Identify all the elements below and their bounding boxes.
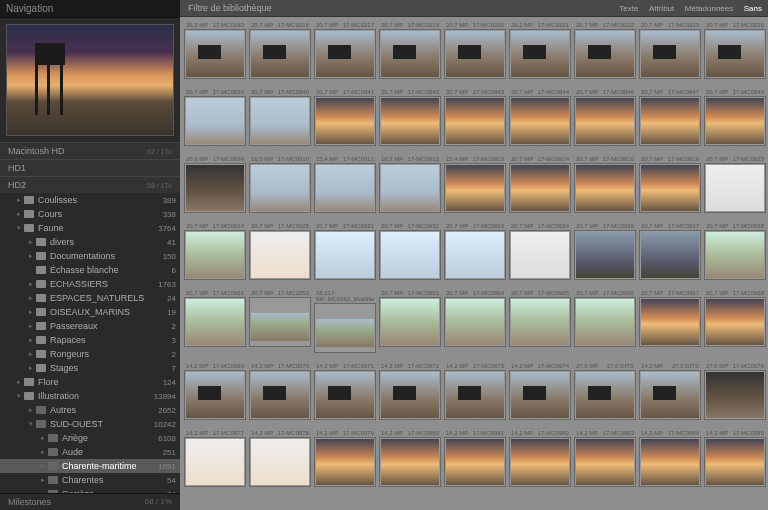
thumbnail-image[interactable] — [574, 96, 636, 146]
thumb-rating-dots[interactable]: · · · · · — [314, 353, 376, 359]
thumbnail-grid[interactable]: 26,2 MP17-MC0183· · · · ·20,7 MP17-MC021… — [180, 17, 768, 510]
thumb-rating-dots[interactable]: · · · · · — [314, 146, 376, 152]
thumb-rating-dots[interactable]: · · · · · — [704, 420, 766, 426]
grid-cell[interactable]: 20,7 MP17-MC0217· · · · · — [314, 21, 376, 85]
expand-arrow-icon[interactable]: ▸ — [14, 210, 24, 218]
grid-cell[interactable]: 14,2 MP17-MC0985· · · · · — [704, 429, 766, 493]
thumb-rating-dots[interactable]: · · · · · — [444, 79, 506, 85]
thumb-rating-dots[interactable]: · · · · · — [509, 146, 571, 152]
filter-tab-metadata[interactable]: Métadonnées — [685, 4, 733, 13]
thumb-rating-dots[interactable]: · · · · · — [574, 420, 636, 426]
grid-cell[interactable]: 14,2 MP17-MC0970· · · · · — [249, 362, 311, 426]
thumbnail-image[interactable] — [574, 370, 636, 420]
thumb-rating-dots[interactable]: · · · · · — [379, 280, 441, 286]
grid-cell[interactable]: 20,7 MP17-MC0222· · · · · — [574, 21, 636, 85]
folder-item[interactable]: ▾SUD-OUEST10242 — [0, 417, 180, 431]
expand-arrow-icon[interactable]: ▸ — [26, 308, 36, 316]
thumb-rating-dots[interactable]: · · · · · — [184, 347, 246, 353]
filter-tab-text[interactable]: Texte — [619, 4, 638, 13]
thumbnail-image[interactable] — [444, 230, 506, 280]
thumb-rating-dots[interactable]: · · · · · — [574, 79, 636, 85]
folder-item[interactable]: ▸ESPACES_NATURELS24 — [0, 291, 180, 305]
thumbnail-image[interactable] — [184, 230, 246, 280]
thumbnail-image[interactable] — [379, 437, 441, 487]
thumb-rating-dots[interactable]: · · · · · — [314, 213, 376, 219]
grid-cell[interactable]: 20,7 MP17-MC0965· · · · · — [509, 289, 571, 359]
thumb-rating-dots[interactable]: · · · · · — [509, 79, 571, 85]
folder-item[interactable]: ▸Passereaux2 — [0, 319, 180, 333]
thumbnail-image[interactable] — [379, 29, 441, 79]
thumbnail-image[interactable] — [184, 370, 246, 420]
expand-arrow-icon[interactable]: ▸ — [14, 378, 24, 386]
thumb-rating-dots[interactable]: · · · · · — [379, 420, 441, 426]
thumbnail-image[interactable] — [314, 29, 376, 79]
grid-cell[interactable]: 58,2 MP17-MC0962_Modifier· · · · · — [314, 289, 376, 359]
grid-cell[interactable]: 20,7 MP17-MC0937· · · · · — [639, 222, 701, 286]
grid-cell[interactable]: 14,2 MP17-MC0972· · · · · — [379, 362, 441, 426]
thumbnail-image[interactable] — [444, 29, 506, 79]
thumb-rating-dots[interactable]: · · · · · — [574, 347, 636, 353]
grid-cell[interactable]: 16,2 MP17-MC0912· · · · · — [379, 155, 441, 219]
thumbnail-image[interactable] — [379, 230, 441, 280]
thumbnail-image[interactable] — [704, 29, 766, 79]
grid-cell[interactable]: 14,2 MP17-MC0982· · · · · — [509, 429, 571, 493]
expand-arrow-icon[interactable]: ▸ — [14, 196, 24, 204]
thumb-rating-dots[interactable]: · · · · · — [639, 280, 701, 286]
grid-cell[interactable]: 20,7 MP17-MC0938· · · · · — [704, 222, 766, 286]
folder-item[interactable]: ▸Coulisses389 — [0, 193, 180, 207]
thumb-rating-dots[interactable]: · · · · · — [639, 487, 701, 493]
grid-cell[interactable]: 20,7 MP17-MC0925· · · · · — [249, 222, 311, 286]
thumbnail-image[interactable] — [184, 437, 246, 487]
thumb-rating-dots[interactable]: · · · · · — [444, 213, 506, 219]
grid-cell[interactable]: 20,7 MP17-MC0923· · · · · — [704, 155, 766, 219]
thumbnail-image[interactable] — [249, 297, 311, 347]
grid-cell[interactable]: 20,7 MP17-MC0964· · · · · — [444, 289, 506, 359]
grid-cell[interactable]: 20,7 MP17-MC0844· · · · · — [509, 88, 571, 152]
thumbnail-image[interactable] — [444, 96, 506, 146]
thumb-rating-dots[interactable]: · · · · · — [509, 487, 571, 493]
grid-cell[interactable]: 20,7 MP17-MC0932· · · · · — [379, 222, 441, 286]
navigator-preview[interactable] — [0, 18, 180, 142]
grid-cell[interactable]: 14,2 MP17-MC0983· · · · · — [574, 429, 636, 493]
thumb-rating-dots[interactable]: · · · · · — [509, 420, 571, 426]
thumb-rating-dots[interactable]: · · · · · — [184, 420, 246, 426]
filter-tab-none[interactable]: Sans — [744, 4, 762, 13]
grid-cell[interactable]: 15,4 MP17-MC0913· · · · · — [444, 155, 506, 219]
folder-item[interactable]: ▸Charente-maritime1691 — [0, 459, 180, 473]
grid-cell[interactable]: 20,7 MP17-MC0967· · · · · — [639, 289, 701, 359]
thumbnail-image[interactable] — [249, 163, 311, 213]
grid-cell[interactable]: 20,7 MP17-MC0961· · · · · — [184, 289, 246, 359]
thumbnail-image[interactable] — [314, 96, 376, 146]
folder-item[interactable]: ▸Documentations150 — [0, 249, 180, 263]
thumb-rating-dots[interactable]: · · · · · — [509, 213, 571, 219]
thumb-rating-dots[interactable]: · · · · · — [639, 79, 701, 85]
grid-cell[interactable]: 14,2 MP17-MC0984· · · · · — [639, 429, 701, 493]
thumbnail-image[interactable] — [509, 370, 571, 420]
thumb-rating-dots[interactable]: · · · · · — [249, 347, 311, 353]
folder-item[interactable]: ▸Ariège6108 — [0, 431, 180, 445]
folder-item[interactable]: ▾Faune3764 — [0, 221, 180, 235]
thumbnail-image[interactable] — [639, 230, 701, 280]
thumb-rating-dots[interactable]: · · · · · — [314, 420, 376, 426]
grid-cell[interactable]: 20,7 MP17-MC0931· · · · · — [314, 222, 376, 286]
thumb-rating-dots[interactable]: · · · · · — [639, 146, 701, 152]
thumb-rating-dots[interactable]: · · · · · — [704, 487, 766, 493]
thumb-rating-dots[interactable]: · · · · · — [574, 487, 636, 493]
thumbnail-image[interactable] — [444, 437, 506, 487]
thumb-rating-dots[interactable]: · · · · · — [509, 347, 571, 353]
folder-item[interactable]: ▸ECHASSIERS1763 — [0, 277, 180, 291]
grid-cell[interactable]: 20,7 MP17-MC0914· · · · · — [509, 155, 571, 219]
grid-cell[interactable]: 20,7 MP17-MC0223· · · · · — [639, 21, 701, 85]
thumbnail-image[interactable] — [184, 163, 246, 213]
thumbnail-image[interactable] — [639, 29, 701, 79]
thumbnail-image[interactable] — [314, 437, 376, 487]
grid-cell[interactable]: 20,7 MP17-MC0841· · · · · — [314, 88, 376, 152]
grid-cell[interactable]: 20,7 MP17-MC0933· · · · · — [444, 222, 506, 286]
expand-arrow-icon[interactable]: ▸ — [26, 238, 36, 246]
grid-cell[interactable]: 20,9 MP17-MC0899· · · · · — [184, 155, 246, 219]
expand-arrow-icon[interactable]: ▾ — [14, 392, 24, 400]
thumb-rating-dots[interactable]: · · · · · — [184, 487, 246, 493]
thumbnail-image[interactable] — [184, 29, 246, 79]
grid-cell[interactable]: 15,4 MP17-MC0911· · · · · — [314, 155, 376, 219]
folder-item[interactable]: ▸OISEAUX_MARINS19 — [0, 305, 180, 319]
